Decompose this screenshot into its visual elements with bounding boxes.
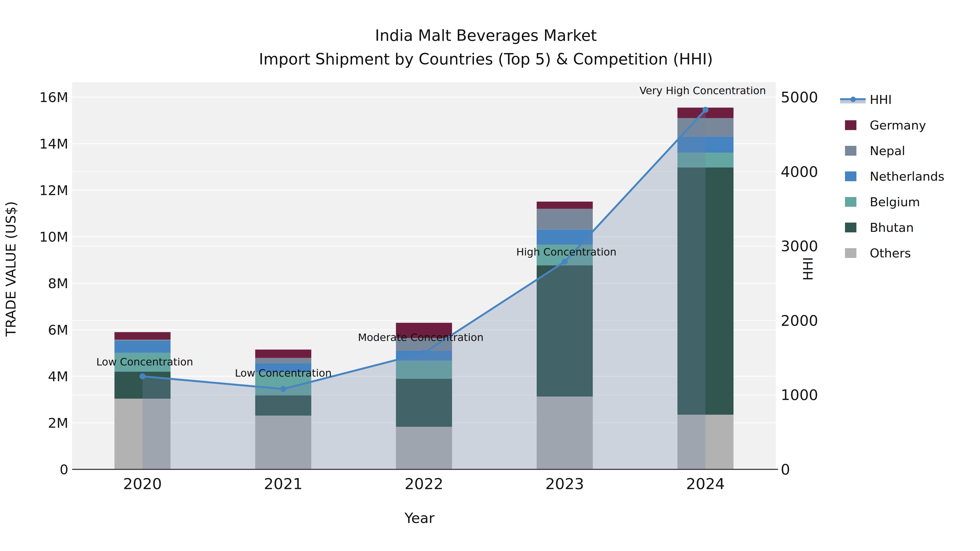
legend-swatch-others [827, 240, 870, 266]
legend-label-hhi: HHI [870, 92, 892, 107]
hhi-marker-swatch [850, 97, 856, 102]
bar-segment-germany-2020 [115, 332, 171, 340]
color-swatch [845, 222, 856, 232]
y-tick-right-5000: 5000 [781, 89, 818, 106]
y-tick-right-1000: 1000 [781, 386, 818, 403]
legend-item-others: Others [827, 240, 911, 266]
color-swatch [845, 197, 856, 207]
annotation-2024: Very High Concentration [640, 85, 766, 97]
y-tick-right-2000: 2000 [781, 312, 818, 329]
legend-label-germany: Germany [870, 118, 926, 132]
legend-label-belgium: Belgium [870, 195, 920, 209]
figure: India Malt Beverages Market Import Shipm… [0, 0, 980, 551]
x-tick-2021: 2021 [264, 475, 303, 492]
y-tick-left-12M: 12M [39, 183, 68, 198]
annotation-2021: Low Concentration [235, 367, 332, 379]
bar-segment-germany-2023 [537, 202, 593, 209]
x-tick-2020: 2020 [123, 475, 162, 492]
annotation-2023: High Concentration [516, 246, 616, 258]
bar-segment-germany-2021 [255, 349, 312, 358]
legend-label-others: Others [870, 246, 911, 260]
legend-label-netherlands: Netherlands [870, 169, 944, 184]
y-tick-left-2M: 2M [48, 415, 68, 431]
color-swatch [845, 120, 856, 130]
legend-item-belgium: Belgium [827, 189, 920, 215]
annotation-2020: Low Concentration [96, 356, 193, 368]
legend-swatch-belgium [827, 189, 870, 215]
legend-swatch-germany [827, 113, 870, 138]
x-tick-2022: 2022 [404, 475, 444, 492]
color-swatch [845, 146, 856, 156]
legend-item-netherlands: Netherlands [827, 164, 944, 189]
y-tick-right-4000: 4000 [781, 163, 818, 180]
legend-swatch-netherlands [827, 164, 870, 189]
legend-swatch-nepal [827, 138, 870, 164]
chart-canvas: Low ConcentrationLow ConcentrationModera… [0, 0, 980, 551]
legend-label-nepal: Nepal [870, 144, 905, 158]
y-tick-left-8M: 8M [48, 276, 68, 291]
y-tick-left-0: 0 [60, 462, 68, 478]
bar-segment-nepal-2021 [255, 358, 312, 363]
legend-item-bhutan: Bhutan [827, 215, 914, 240]
bar-segment-nepal-2023 [537, 209, 593, 229]
legend-line-symbol [827, 87, 870, 113]
bar-segment-nepal-2020 [115, 340, 171, 341]
y-tick-left-10M: 10M [39, 229, 68, 245]
x-tick-2023: 2023 [545, 475, 584, 492]
y-tick-right-0: 0 [781, 461, 790, 478]
hhi-marker-2020 [140, 373, 146, 379]
legend-label-bhutan: Bhutan [870, 221, 914, 235]
legend-item-nepal: Nepal [827, 138, 905, 164]
legend-swatch-bhutan [827, 215, 870, 240]
x-tick-2024: 2024 [686, 475, 725, 492]
annotation-2022: Moderate Concentration [358, 332, 484, 343]
hhi-marker-2024 [703, 107, 709, 113]
hhi-marker-2023 [562, 259, 568, 265]
bar-segment-netherlands-2020 [115, 341, 171, 353]
y-tick-left-14M: 14M [39, 136, 68, 152]
color-swatch [845, 248, 856, 258]
legend-item-hhi: HHI [827, 87, 892, 113]
y-tick-left-4M: 4M [48, 369, 68, 384]
y-tick-left-16M: 16M [39, 89, 68, 105]
hhi-marker-2021 [280, 386, 286, 392]
legend-item-germany: Germany [827, 113, 926, 138]
color-swatch [845, 171, 856, 181]
hhi-marker-2022 [421, 350, 427, 356]
y-tick-right-3000: 3000 [781, 238, 818, 255]
y-tick-left-6M: 6M [48, 322, 68, 338]
